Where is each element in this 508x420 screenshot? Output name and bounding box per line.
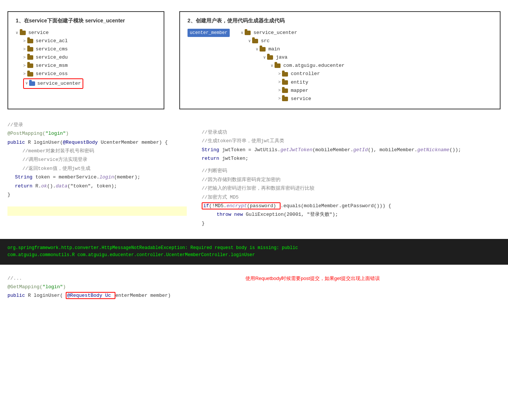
code-line-pwd-comment2: //因为存储到数据库密码肯定加密的 (202, 175, 501, 184)
box2-content: ucenter_member ∨ service_ucenter ∨ src (188, 29, 492, 103)
tree-label-mapper: mapper (291, 87, 308, 95)
tree-label-main: main (268, 45, 280, 53)
error-section: org.springframework.http.converter.HttpM… (0, 239, 508, 264)
error-line2: com.atguigu.commonutils.R com.atguigu.ed… (7, 252, 501, 259)
tree-label-src: src (261, 37, 269, 45)
folder-icon-service (20, 31, 26, 35)
tree-label-entity: entity (291, 78, 308, 87)
tree-item-ucenter: ∨ service_ucenter (16, 78, 156, 89)
folder-icon-src (252, 39, 258, 43)
tree-label-oss: service_oss (36, 70, 68, 78)
tree-item-edu: > service_edu (16, 53, 156, 62)
tree-item-service: ∨ service (16, 29, 156, 37)
folder-icon-com (275, 63, 281, 68)
code-line-annotation: @PostMapping("login") (7, 129, 187, 138)
code-line-comment3: //调用service方法实现登录 (7, 155, 187, 164)
box2-title: 2、创建用户表，使用代码生成器生成代码 (188, 18, 492, 24)
code-line-pwd-comment4: //加密方式 MD5 (202, 193, 501, 202)
tree-item-ucenter-member: ucenter_member (188, 29, 230, 37)
tree-item-service-leaf: > service (241, 95, 344, 103)
code-right-col: //登录成功 //生成token字符串，使用jwt工具类 String jwtT… (202, 121, 501, 235)
tree-item-oss: > service_oss (16, 70, 156, 78)
tree-label-service: service (28, 29, 49, 37)
code-line-success-comment2: //生成token字符串，使用jwt工具类 (202, 137, 501, 145)
tree-label-acl: service_acl (36, 37, 68, 45)
tree-item-mapper: > mapper (241, 87, 344, 95)
bottom-method-line: public R loginUser( @RequestBody Uc ente… (7, 291, 171, 300)
code-left-col: //登录 @PostMapping("login") public R logi… (7, 121, 187, 235)
code-line-jwttoken: String jwtToken = JwtUtils.getJwtToken(m… (202, 146, 501, 154)
box2-tree-right: ∨ service_ucenter ∨ src ∨ main (241, 29, 344, 103)
folder-icon-msm (27, 63, 33, 68)
tree-label-ucenter: service_ucenter (37, 80, 81, 88)
tree-item-cms: > service_cms (16, 45, 156, 53)
code-line-token: String token = memberService.login(membe… (7, 173, 187, 181)
folder-icon-java (267, 55, 273, 60)
error-line1: org.springframework.http.converter.HttpM… (7, 245, 501, 252)
bottom-comment: //... (7, 274, 171, 283)
folder-icon-entity (282, 80, 288, 85)
code-section-left: //登录 @PostMapping("login") public R logi… (7, 121, 187, 199)
code-two-col: //登录 @PostMapping("login") public R logi… (7, 121, 501, 235)
folder-icon-edu (27, 55, 33, 60)
requestbody-highlight: @RequestBody Uc (66, 292, 115, 299)
code-line-close: } (7, 190, 187, 199)
box1-tree: ∨ service > service_acl > service_cms > (16, 29, 156, 89)
code-line-throw: throw new GuliException(20001, "登录失败"); (202, 210, 501, 219)
bottom-right-note: 使用Requetbody时候需要post提交，如果get提交出现上面错误 (245, 274, 380, 283)
main-page: 1、在service下面创建子模块 service_ucenter ∨ serv… (7, 7, 501, 309)
yellow-bg-area (7, 206, 187, 216)
folder-icon-main (260, 47, 266, 52)
code-line-return-jwt: return jwtToken; (202, 154, 501, 163)
folder-icon-acl (27, 39, 33, 43)
code-line-method-sig: public R loginUser(@RequestBody UcenterM… (7, 138, 187, 147)
error-text-1: org.springframework.http.converter.HttpM… (7, 245, 298, 251)
code-line-if-md5: if(!MD5.encrypt(password) .equals(mobile… (202, 202, 501, 210)
bottom-annotation: @GetMapping("login") (7, 283, 171, 291)
folder-icon-mapper (282, 88, 288, 93)
folder-icon-cms (27, 47, 33, 52)
ucenter-highlight-box: ∨ service_ucenter (23, 78, 83, 89)
tree-item-controller: > controller (241, 70, 344, 78)
tree-label-edu: service_edu (36, 53, 68, 62)
folder-icon-su-root (245, 31, 251, 35)
code-line-if-close: } (202, 219, 501, 228)
tree-item-msm: > service_msm (16, 62, 156, 70)
folder-icon-oss (27, 72, 33, 77)
bottom-code-section: //... @GetMapping("login") public R logi… (7, 268, 501, 306)
box2: 2、创建用户表，使用代码生成器生成代码 ucenter_member ∨ ser… (179, 11, 501, 109)
md5-highlight: if(!MD5.encrypt(password) (202, 202, 281, 209)
tree-item-com: ∨ com.atguigu.educenter (241, 62, 344, 70)
tree-item-src: ∨ src (241, 37, 344, 45)
folder-icon-controller (282, 72, 288, 77)
tree-item-acl: > service_acl (16, 37, 156, 45)
tree-item-main: ∨ main (241, 45, 344, 53)
red-note-text: 使用Requetbody时候需要post提交，如果get提交出现上面错误 (245, 276, 380, 281)
code-line-comment2: //member对象封装手机号和密码 (7, 147, 187, 155)
tree-label-su-root: service_ucenter (253, 29, 297, 37)
bottom-two-col: //... @GetMapping("login") public R logi… (7, 274, 501, 300)
code-line-pwd-comment1: //判断密码 (202, 167, 501, 175)
code-section-right: //登录成功 //生成token字符串，使用jwt工具类 String jwtT… (202, 128, 501, 228)
tree-label-service-leaf: service (291, 95, 311, 103)
code-line-success-comment1: //登录成功 (202, 128, 501, 137)
error-text-2: com.atguigu.commonutils.R com.atguigu.ed… (7, 252, 255, 258)
code-line-comment-login: //登录 (7, 121, 187, 129)
tree-label-cms: service_cms (36, 45, 68, 53)
tree-label-java: java (276, 53, 287, 62)
code-line-pwd-comment3: //把输入的密码进行加密，再和数据库密码进行比较 (202, 184, 501, 193)
bottom-left-code: //... @GetMapping("login") public R logi… (7, 274, 171, 300)
tree-label-com: com.atguigu.educenter (283, 62, 344, 70)
box1: 1、在service下面创建子模块 service_ucenter ∨ serv… (7, 11, 164, 109)
folder-icon-ucenter (29, 81, 35, 86)
code-line-comment4: //返回token值，使用jwt生成 (7, 164, 187, 173)
ucenter-member-label: ucenter_member (188, 29, 230, 37)
folder-icon-service-leaf (282, 97, 288, 101)
tree-label-controller: controller (291, 70, 320, 78)
top-section: 1、在service下面创建子模块 service_ucenter ∨ serv… (7, 11, 501, 109)
box1-title: 1、在service下面创建子模块 service_ucenter (16, 18, 156, 24)
tree-label-msm: service_msm (36, 62, 68, 70)
tree-item-entity: > entity (241, 78, 344, 87)
box2-tree-left: ucenter_member (188, 29, 230, 103)
code-line-return: return R.ok().data("token", token); (7, 182, 187, 190)
